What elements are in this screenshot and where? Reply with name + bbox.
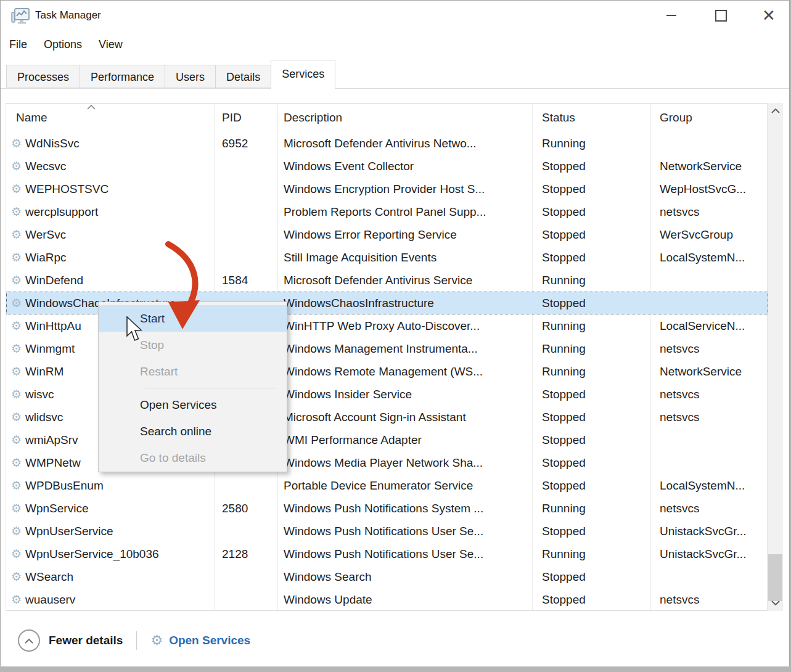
fewer-details-button[interactable] xyxy=(18,629,40,652)
chevron-up-icon xyxy=(771,109,780,113)
open-services-link[interactable]: Open Services xyxy=(169,634,250,647)
scroll-up-button[interactable] xyxy=(768,104,783,118)
service-description: Windows Error Reporting Service xyxy=(277,228,532,242)
scrollbar-thumb[interactable] xyxy=(768,554,782,601)
service-name: WinRM xyxy=(25,365,64,379)
tab-processes[interactable]: Processes xyxy=(6,65,80,88)
service-description: Windows Media Player Network Sha... xyxy=(277,456,532,470)
service-gear-icon: ⚙ xyxy=(11,206,22,218)
service-name-cell: ⚙WiaRpc xyxy=(6,251,214,264)
menu-options[interactable]: Options xyxy=(44,30,82,59)
service-gear-icon: ⚙ xyxy=(11,274,22,286)
column-header-group[interactable]: Group xyxy=(650,104,768,132)
column-header-pid[interactable]: PID xyxy=(214,104,277,132)
table-row-wiarpc[interactable]: ⚙WiaRpcStill Image Acquisition EventsSto… xyxy=(6,246,768,269)
service-pid: 1584 xyxy=(214,274,277,287)
service-group: WepHostSvcG... xyxy=(650,182,768,196)
service-name: wuauserv xyxy=(25,593,75,607)
column-header-description[interactable]: Description xyxy=(277,104,532,132)
service-status: Running xyxy=(532,137,650,150)
service-group: NetworkService xyxy=(650,160,768,173)
service-status: Running xyxy=(532,547,650,561)
service-name: WdNisSvc xyxy=(25,137,80,150)
menu-item-start[interactable]: Start xyxy=(99,305,287,332)
window-title: Task Manager xyxy=(35,1,101,30)
service-gear-icon: ⚙ xyxy=(11,525,22,537)
service-name: wlidsvc xyxy=(25,411,63,424)
service-gear-icon: ⚙ xyxy=(11,411,22,423)
service-status: Stopped xyxy=(532,182,650,196)
service-name: WSearch xyxy=(25,570,73,584)
service-name: WpnUserService xyxy=(25,525,113,538)
tab-users[interactable]: Users xyxy=(165,65,215,88)
service-description: Windows Update xyxy=(277,593,532,607)
tab-bar: ProcessesPerformanceUsersDetailsServices xyxy=(1,59,789,89)
maximize-icon xyxy=(715,10,727,22)
service-name: wmiApSrv xyxy=(25,433,78,447)
table-row-wersvc[interactable]: ⚙WerSvcWindows Error Reporting ServiceSt… xyxy=(6,223,768,246)
menu-view[interactable]: View xyxy=(99,30,123,59)
menu-item-open-services[interactable]: Open Services xyxy=(99,391,287,418)
table-row-wecsvc[interactable]: ⚙WecsvcWindows Event CollectorStoppedNet… xyxy=(6,155,768,178)
service-name-cell: ⚙WinDefend xyxy=(6,274,214,287)
service-description: Still Image Acquisition Events xyxy=(277,251,532,264)
maximize-button[interactable] xyxy=(703,1,739,30)
service-description: Microsoft Account Sign-in Assistant xyxy=(277,411,532,424)
table-row-wuauserv[interactable]: ⚙wuauservWindows UpdateStoppednetsvcs xyxy=(6,588,768,611)
service-name: WinDefend xyxy=(25,274,83,287)
table-row-wpnuserservice[interactable]: ⚙WpnUserServiceWindows Push Notification… xyxy=(6,520,768,543)
service-group: UnistackSvcGr... xyxy=(650,525,768,538)
table-row-wercplsupport[interactable]: ⚙wercplsupportProblem Reports Control Pa… xyxy=(6,200,768,223)
service-group: WerSvcGroup xyxy=(650,228,768,242)
service-pid: 2580 xyxy=(214,502,277,515)
service-group: netsvcs xyxy=(650,342,768,356)
service-status: Stopped xyxy=(532,388,650,401)
service-name: Wecsvc xyxy=(25,160,66,173)
service-gear-icon: ⚙ xyxy=(11,297,22,309)
service-gear-icon: ⚙ xyxy=(11,183,22,195)
fewer-details-label[interactable]: Fewer details xyxy=(49,634,123,647)
table-row-wdnissvc[interactable]: ⚙WdNisSvc6952Microsoft Defender Antiviru… xyxy=(6,132,768,155)
service-gear-icon: ⚙ xyxy=(11,502,22,514)
service-group: netsvcs xyxy=(650,593,768,607)
table-row-wsearch[interactable]: ⚙WSearchWindows SearchStopped xyxy=(6,565,768,588)
services-gear-icon: ⚙ xyxy=(150,634,163,647)
close-button[interactable]: ✕ xyxy=(751,1,787,30)
tab-services[interactable]: Services xyxy=(271,60,335,89)
close-icon: ✕ xyxy=(762,7,776,23)
minimize-button[interactable] xyxy=(654,1,689,30)
table-row-wpnuserservice-10b036[interactable]: ⚙WpnUserService_10b0362128Windows Push N… xyxy=(6,543,768,565)
service-status: Stopped xyxy=(532,160,650,173)
column-header-status[interactable]: Status xyxy=(532,104,650,132)
service-name-cell: ⚙WpnService xyxy=(6,502,214,515)
service-gear-icon: ⚙ xyxy=(11,343,22,354)
table-row-wpdbusenum[interactable]: ⚙WPDBusEnumPortable Device Enumerator Se… xyxy=(6,474,768,497)
menu-item-restart: Restart xyxy=(99,358,287,385)
service-name: wisvc xyxy=(25,388,54,401)
service-name-cell: ⚙WerSvc xyxy=(6,228,214,242)
table-row-windefend[interactable]: ⚙WinDefend1584Microsoft Defender Antivir… xyxy=(6,269,768,292)
tab-performance[interactable]: Performance xyxy=(80,65,165,88)
service-description: Windows Management Instrumenta... xyxy=(277,342,532,356)
scroll-down-button[interactable] xyxy=(768,596,783,610)
column-header-name[interactable]: Name xyxy=(6,104,214,132)
service-description: Windows Push Notifications User Se... xyxy=(277,547,532,561)
service-name-cell: ⚙wercplsupport xyxy=(6,205,214,219)
service-status: Running xyxy=(532,342,650,356)
menu-file[interactable]: File xyxy=(9,30,27,59)
service-gear-icon: ⚙ xyxy=(11,252,22,263)
service-description: Windows Event Collector xyxy=(277,160,532,173)
menu-bar: FileOptionsView xyxy=(1,30,789,59)
service-name: WinHttpAu xyxy=(25,319,81,333)
service-gear-icon: ⚙ xyxy=(11,434,22,446)
tab-details[interactable]: Details xyxy=(215,65,271,88)
service-description: Windows Encryption Provider Host S... xyxy=(277,182,532,196)
context-menu: StartStopRestartOpen ServicesSearch onli… xyxy=(98,301,287,472)
menu-item-search-online[interactable]: Search online xyxy=(99,418,287,445)
minimize-icon xyxy=(666,15,676,16)
vertical-scrollbar[interactable] xyxy=(767,103,783,611)
table-row-wephostsvc[interactable]: ⚙WEPHOSTSVCWindows Encryption Provider H… xyxy=(6,178,768,200)
table-row-wpnservice[interactable]: ⚙WpnService2580Windows Push Notification… xyxy=(6,497,768,520)
service-description: Windows Push Notifications User Se... xyxy=(277,525,532,538)
service-gear-icon: ⚙ xyxy=(11,229,22,240)
